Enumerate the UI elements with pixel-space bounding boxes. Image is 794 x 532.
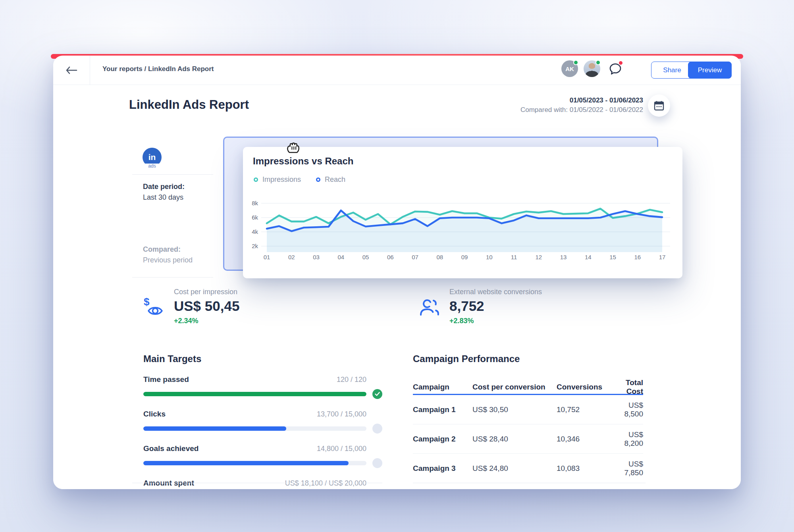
compared-label: Compared: — [143, 245, 193, 254]
metric-label: Cost per impression — [174, 288, 239, 296]
svg-text:04: 04 — [337, 254, 344, 260]
progress-bar-fill — [143, 461, 349, 465]
progress-bar — [143, 461, 366, 465]
progress-bar — [143, 392, 366, 396]
target-label: Clicks — [143, 410, 166, 418]
table-cell: Campaign 3 — [413, 464, 472, 473]
chat-button[interactable] — [607, 61, 623, 77]
calendar-button[interactable] — [648, 94, 670, 117]
target-row: Goals achieved 14,800 / 15,000 — [143, 444, 382, 468]
people-icon — [417, 295, 444, 320]
progress-bar-fill — [143, 426, 286, 431]
main-targets-section: Main Targets Time passed 120 / 120 Click… — [143, 353, 382, 489]
dollar-eye-icon: $ — [141, 295, 168, 320]
calendar-icon — [654, 100, 664, 111]
legend-label: Reach — [325, 175, 345, 184]
svg-text:07: 07 — [412, 254, 418, 260]
date-range: 01/05/2023 - 01/06/2023 — [520, 96, 643, 104]
online-dot — [596, 60, 601, 65]
svg-text:4k: 4k — [252, 228, 258, 235]
impressions-reach-chart: 8k6k4k2k01020304050607080910111213141516… — [243, 193, 682, 272]
linkedin-logo-sub: ads — [143, 164, 162, 168]
table-column-header: Total Cost — [615, 378, 643, 396]
avatar-initials-text: AK — [565, 66, 574, 72]
table-cell: US$ 8,200 — [615, 430, 643, 448]
compared-block: Compared: Previous period — [143, 245, 193, 264]
svg-text:01: 01 — [264, 254, 270, 260]
divider — [132, 277, 213, 278]
svg-text:6k: 6k — [252, 214, 258, 221]
campaign-table: CampaignCost per conversionConversionsTo… — [413, 378, 643, 483]
svg-text:10: 10 — [486, 254, 493, 260]
chart-card[interactable]: Impressions vs Reach ImpressionsReach 8k… — [243, 147, 682, 278]
svg-text:08: 08 — [436, 254, 443, 260]
svg-text:$: $ — [144, 296, 150, 308]
date-period-value: Last 30 days — [143, 193, 185, 202]
table-cell: US$ 7,850 — [615, 460, 643, 477]
metric-label: External website conversions — [449, 288, 542, 296]
breadcrumb[interactable]: Your reports / LinkedIn Ads Report — [102, 65, 214, 73]
avatar-photo[interactable] — [584, 60, 600, 77]
svg-text:15: 15 — [609, 254, 616, 260]
table-cell: 10,346 — [557, 435, 615, 443]
main-targets-title: Main Targets — [143, 353, 382, 364]
table-column-header: Conversions — [557, 383, 615, 391]
legend-item-reach[interactable]: Reach — [316, 175, 345, 184]
target-pending-icon — [372, 458, 382, 468]
targets-rows: Time passed 120 / 120 Clicks 13,700 / 15… — [143, 375, 382, 489]
table-column-header: Cost per conversion — [472, 383, 557, 391]
target-row: Time passed 120 / 120 — [143, 375, 382, 399]
compared-value: Previous period — [143, 256, 193, 264]
target-label: Amount spent — [143, 479, 194, 488]
chart-legend: ImpressionsReach — [254, 175, 345, 184]
table-cell: US$ 30,50 — [472, 405, 557, 414]
table-cell: Campaign 1 — [413, 405, 472, 414]
page-background: Your reports / LinkedIn Ads Report AK Sh… — [0, 0, 794, 532]
topbar-divider — [90, 56, 90, 85]
target-row: Amount spent US$ 18,100 / US$ 20,000 — [143, 479, 382, 489]
table-row: Campaign 2US$ 28,4010,346US$ 8,200 — [413, 424, 643, 454]
back-button[interactable] — [60, 62, 83, 79]
share-button[interactable]: Share — [651, 62, 693, 79]
target-value: 13,700 / 15,000 — [317, 410, 366, 418]
metric-change: +2.83% — [449, 317, 542, 325]
metric-external-conversions: External website conversions 8,752 +2.83… — [417, 288, 542, 325]
metric-change: +2.34% — [174, 317, 239, 325]
avatar-initials[interactable]: AK — [561, 60, 578, 77]
metric-value: 8,752 — [449, 298, 542, 314]
table-cell: Campaign 2 — [413, 435, 472, 443]
svg-text:14: 14 — [585, 254, 592, 260]
table-cell: US$ 28,40 — [472, 435, 557, 443]
table-column-header: Campaign — [413, 383, 472, 391]
table-cell: 10,752 — [557, 405, 615, 414]
notification-dot — [618, 60, 623, 66]
svg-text:11: 11 — [511, 254, 517, 260]
metric-value: US$ 50,45 — [174, 298, 239, 314]
svg-text:13: 13 — [560, 254, 567, 260]
legend-ring — [316, 177, 320, 182]
svg-text:03: 03 — [313, 254, 320, 260]
target-label: Time passed — [143, 375, 189, 384]
target-label: Goals achieved — [143, 444, 198, 453]
svg-text:05: 05 — [362, 254, 369, 260]
divider — [132, 174, 213, 175]
legend-label: Impressions — [262, 175, 301, 184]
target-row: Clicks 13,700 / 15,000 — [143, 410, 382, 434]
date-compared-with: Compared with: 01/05/2022 - 01/06/2022 — [520, 106, 643, 114]
linkedin-logo-text: in — [148, 152, 156, 162]
svg-text:09: 09 — [461, 254, 468, 260]
svg-text:17: 17 — [659, 254, 666, 260]
table-cell: US$ 24,80 — [472, 464, 557, 473]
divider — [413, 483, 646, 483]
target-value: 14,800 / 15,000 — [317, 445, 366, 453]
svg-text:8k: 8k — [252, 200, 258, 206]
preview-button[interactable]: Preview — [688, 62, 732, 79]
divider — [132, 483, 382, 483]
report-window: Your reports / LinkedIn Ads Report AK Sh… — [53, 56, 741, 489]
svg-text:06: 06 — [387, 254, 394, 260]
legend-item-impressions[interactable]: Impressions — [254, 175, 301, 184]
chart-title: Impressions vs Reach — [253, 156, 353, 167]
svg-text:02: 02 — [288, 254, 295, 260]
date-period-label: Date period: — [143, 183, 185, 191]
campaign-performance-section: Campaign Performance CampaignCost per co… — [413, 353, 643, 483]
